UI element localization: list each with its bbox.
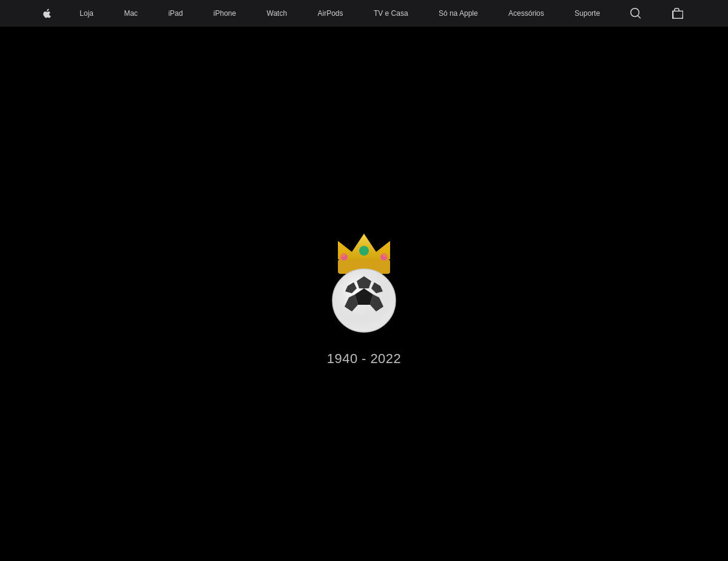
search-icon [630, 8, 641, 19]
svg-point-3 [359, 246, 369, 256]
main-content: 1940 - 2022 [0, 27, 728, 561]
bag-icon [672, 8, 683, 19]
nav-item-so-na-apple[interactable]: Só na Apple [436, 9, 480, 18]
nav-item-acessorios[interactable]: Acessórios [506, 9, 547, 18]
nav-item-ipad[interactable]: iPad [166, 9, 185, 18]
nav-item-watch[interactable]: Watch [265, 9, 290, 18]
nav-item-iphone[interactable]: iPhone [211, 9, 238, 18]
search-button[interactable] [628, 8, 644, 19]
nav-item-loja[interactable]: Loja [77, 9, 96, 18]
tribute-dates: 1940 - 2022 [327, 351, 401, 367]
apple-logo-icon[interactable] [42, 8, 52, 19]
nav-item-airpods[interactable]: AirPods [315, 9, 345, 18]
navbar: Loja Mac iPad iPhone Watch AirPods TV e … [0, 0, 728, 27]
nav-item-mac[interactable]: Mac [121, 9, 140, 18]
tribute-container: 1940 - 2022 [315, 222, 413, 367]
nav-item-tv-e-casa[interactable]: TV e Casa [371, 9, 411, 18]
soccer-ball-crown-icon [318, 222, 410, 334]
bag-button[interactable] [670, 8, 686, 19]
tribute-image-container [315, 222, 413, 334]
nav-item-suporte[interactable]: Suporte [572, 9, 602, 18]
